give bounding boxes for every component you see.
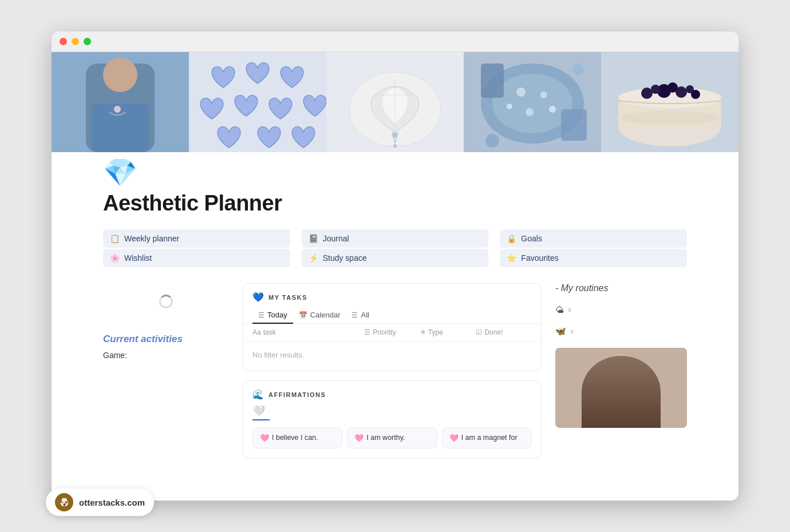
col-type: ✳ Type [420, 328, 476, 336]
nav-goals[interactable]: 🔒 Goals [500, 229, 687, 248]
all-tab-label: All [361, 311, 369, 319]
study-space-label: Study space [323, 253, 367, 263]
affirmation-card-1: 🩷 I believe I can. [252, 427, 342, 448]
routine-emoji-2: 🦋 [555, 326, 566, 336]
wishlist-label: Wishlist [124, 253, 152, 263]
affirmation-emoji-3: 🩷 [449, 434, 459, 442]
center-widgets: 💙 MY TASKS ☰ Today 📅 Calendar [243, 283, 542, 458]
tasks-header: 💙 MY TASKS [243, 284, 541, 303]
svg-point-19 [549, 106, 556, 113]
svg-point-15 [516, 88, 526, 97]
watermark-dog-icon: 🐶 [55, 493, 73, 511]
svg-point-22 [485, 134, 499, 148]
svg-point-18 [507, 104, 512, 109]
svg-point-35 [621, 111, 718, 125]
watermark: 🐶 otterstacks.com [46, 489, 154, 516]
nav-col-1: 📋 Weekly planner 🌸 Wishlist [103, 229, 290, 267]
svg-rect-38 [592, 391, 650, 428]
affirmations-divider [252, 419, 270, 420]
svg-point-33 [667, 82, 678, 93]
wishlist-icon: 🌸 [110, 253, 120, 263]
svg-rect-20 [481, 63, 504, 98]
svg-point-37 [604, 354, 638, 394]
left-sidebar: Current activities Game: [103, 283, 229, 458]
svg-point-23 [572, 63, 584, 75]
affirmation-text-2: I am worthy. [366, 434, 405, 442]
nav-journal[interactable]: 📓 Journal [302, 229, 489, 248]
tab-today[interactable]: ☰ Today [252, 307, 293, 324]
col-task: Aa task [252, 328, 364, 336]
svg-point-34 [686, 85, 694, 93]
affirmation-text-3: I am a magnet for [461, 434, 518, 442]
task-column-headers: Aa task ☰ Prioritty ✳ Type [243, 324, 541, 342]
favourites-icon: ⭐ [507, 253, 516, 263]
watermark-text: otterstacks.com [79, 498, 145, 507]
tasks-title: MY TASKS [268, 294, 307, 301]
nav-col-2: 📓 Journal ⚡ Study space [302, 229, 489, 267]
affirmations-heart: 🤍 [243, 402, 541, 419]
svg-rect-21 [561, 109, 587, 141]
all-tab-icon: ☰ [351, 311, 358, 319]
task-empty-message: No filter results. [243, 342, 541, 371]
maximize-button[interactable] [84, 38, 91, 45]
affirmation-emoji-1: 🩷 [260, 434, 269, 442]
calendar-tab-icon: 📅 [299, 311, 307, 319]
affirmation-card-2: 🩷 I am worthy. [347, 427, 437, 448]
svg-rect-36 [555, 348, 687, 428]
col-done: ☑ Done! [476, 328, 532, 336]
right-sidebar: - My routines 🌤 ∨ 🦋 ∨ [555, 283, 687, 458]
affirmations-header: 🌊 AFFIRMATIONS [243, 381, 541, 402]
nav-col-3: 🔒 Goals ⭐ Favourites [500, 229, 687, 267]
svg-point-32 [651, 85, 660, 94]
svg-point-14 [492, 74, 572, 133]
loading-spinner [159, 295, 173, 308]
today-tab-icon: ☰ [258, 311, 264, 319]
goals-icon: 🔒 [507, 234, 516, 243]
weekly-planner-icon: 📋 [110, 234, 120, 243]
svg-point-4 [114, 106, 121, 113]
minimize-button[interactable] [72, 38, 79, 45]
browser-window: 💎 Aesthetic Planner 📋 Weekly planner 🌸 W… [52, 31, 738, 501]
svg-point-17 [526, 108, 534, 116]
routines-title: - My routines [555, 283, 687, 293]
svg-point-11 [393, 144, 397, 148]
hero-image-1 [52, 52, 189, 152]
affirmations-icon: 🌊 [252, 389, 264, 400]
tasks-widget: 💙 MY TASKS ☰ Today 📅 Calendar [243, 283, 542, 371]
affirmation-card-3: 🩷 I am a magnet for [442, 427, 532, 448]
page-inner: 💎 Aesthetic Planner 📋 Weekly planner 🌸 W… [52, 152, 738, 481]
nav-favourites[interactable]: ⭐ Favourites [500, 249, 687, 267]
svg-point-2 [103, 58, 137, 92]
nav-study-space[interactable]: ⚡ Study space [302, 249, 489, 267]
col-priority: ☰ Prioritty [364, 328, 420, 336]
affirmation-text-1: I believe I can. [272, 434, 318, 442]
activities-title: Current activities [103, 334, 229, 345]
affirmations-title: AFFIRMATIONS [268, 391, 326, 398]
routine-item-1: 🌤 ∨ [555, 303, 687, 317]
main-area: Current activities Game: 💙 MY TASKS [103, 283, 687, 458]
routine-item-2: 🦋 ∨ [555, 324, 687, 339]
today-tab-label: Today [267, 311, 287, 319]
affirmation-emoji-2: 🩷 [354, 434, 364, 442]
nav-grid: 📋 Weekly planner 🌸 Wishlist 📓 Journal ⚡ [103, 229, 687, 267]
hero-image-3 [326, 52, 464, 152]
tab-all[interactable]: ☰ All [346, 307, 374, 324]
current-activities: Current activities Game: [103, 334, 229, 360]
favourites-label: Favourites [521, 253, 558, 263]
portrait-image [555, 348, 687, 428]
hero-image-4 [464, 52, 601, 152]
hero-strip [52, 52, 738, 152]
nav-weekly-planner[interactable]: 📋 Weekly planner [103, 229, 290, 248]
routine-toggle-2[interactable]: ∨ [570, 328, 574, 335]
page-content: 💎 Aesthetic Planner 📋 Weekly planner 🌸 W… [52, 52, 738, 481]
routine-toggle-1[interactable]: ∨ [567, 306, 572, 313]
close-button[interactable] [60, 38, 67, 45]
study-space-icon: ⚡ [309, 253, 318, 263]
weekly-planner-label: Weekly planner [124, 234, 179, 243]
browser-titlebar [52, 31, 738, 52]
calendar-tab-label: Calendar [310, 311, 341, 319]
goals-label: Goals [521, 234, 542, 243]
nav-wishlist[interactable]: 🌸 Wishlist [103, 249, 290, 267]
affirmations-cards: 🩷 I believe I can. 🩷 I am worthy. 🩷 I am… [243, 427, 541, 458]
tab-calendar[interactable]: 📅 Calendar [293, 307, 346, 324]
